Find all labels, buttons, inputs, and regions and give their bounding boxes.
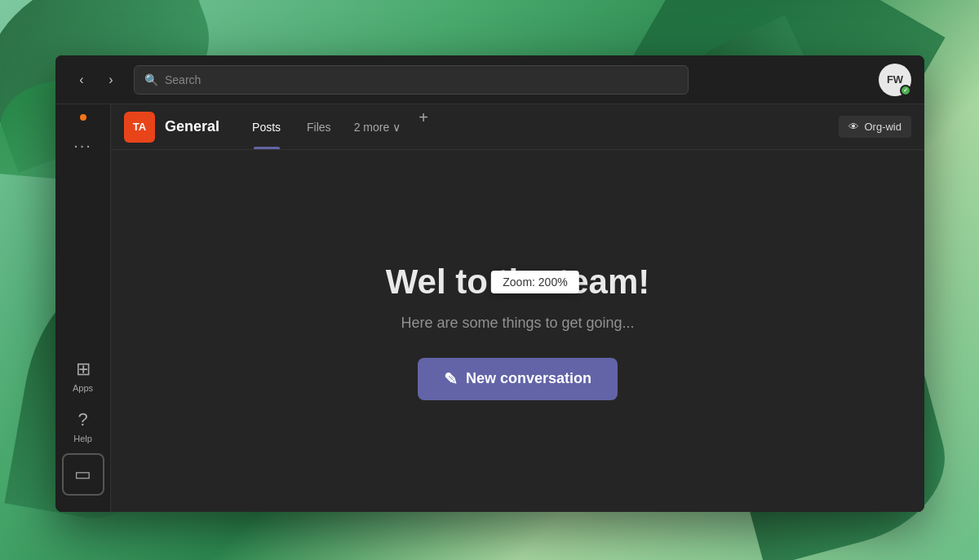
back-button[interactable]: ‹ (69, 67, 95, 93)
nav-arrows: ‹ › (69, 67, 124, 93)
sidebar-item-help-label: Help (73, 434, 92, 443)
device-icon: ▭ (74, 464, 91, 485)
avatar-status-badge (900, 85, 911, 96)
add-tab-button[interactable]: + (410, 104, 436, 130)
team-avatar: TA (124, 112, 155, 143)
tab-more[interactable]: 2 more ∨ (344, 104, 411, 149)
welcome-text-left: Wel (386, 262, 446, 301)
tab-files[interactable]: Files (294, 104, 344, 149)
search-bar[interactable]: 🔍 Search (134, 65, 689, 95)
sidebar-more-button[interactable]: ··· (65, 127, 101, 163)
apps-icon: ⊞ (76, 359, 91, 380)
sidebar-item-apps[interactable]: ⊞ Apps (55, 352, 110, 399)
sidebar-item-help[interactable]: ? Help (55, 403, 110, 450)
content-area: TA General Posts Files 2 more ∨ + (111, 104, 924, 512)
avatar-initials: FW (887, 73, 903, 86)
header-actions: 👁 Org-wid (839, 116, 911, 138)
org-wide-button[interactable]: 👁 Org-wid (839, 116, 911, 138)
main-layout: ··· ⊞ Apps ? Help ▭ TA General (55, 104, 924, 512)
sidebar-item-apps-label: Apps (73, 383, 93, 393)
teams-window: ‹ › 🔍 Search FW ··· ⊞ Apps ? Help (55, 55, 924, 512)
eye-icon: 👁 (848, 121, 859, 133)
welcome-heading: Wel Zoom: 200% to the team! (386, 262, 650, 302)
new-conversation-label: New conversation (466, 370, 591, 387)
sidebar: ··· ⊞ Apps ? Help ▭ (55, 104, 111, 512)
main-content: Wel Zoom: 200% to the team! Here are som… (111, 150, 924, 512)
tab-posts[interactable]: Posts (239, 104, 294, 149)
forward-button[interactable]: › (98, 67, 124, 93)
subtitle-text: Here are some things to get going... (401, 315, 634, 332)
chevron-down-icon: ∨ (392, 121, 401, 134)
search-placeholder: Search (165, 73, 201, 86)
compose-icon: ✎ (444, 369, 458, 389)
zoom-tooltip: Zoom: 200% (491, 271, 578, 293)
channel-name: General (165, 118, 219, 135)
top-bar: ‹ › 🔍 Search FW (55, 55, 924, 104)
help-icon: ? (78, 409, 87, 430)
device-button[interactable]: ▭ (62, 453, 104, 496)
avatar[interactable]: FW (879, 64, 911, 96)
channel-tabs: Posts Files 2 more ∨ + (239, 104, 436, 149)
notification-dot (80, 114, 86, 121)
new-conversation-button[interactable]: ✎ New conversation (418, 358, 618, 400)
search-icon: 🔍 (144, 73, 158, 86)
org-wide-label: Org-wid (864, 121, 901, 133)
team-initials: TA (133, 121, 146, 133)
channel-header: TA General Posts Files 2 more ∨ + (111, 104, 924, 150)
